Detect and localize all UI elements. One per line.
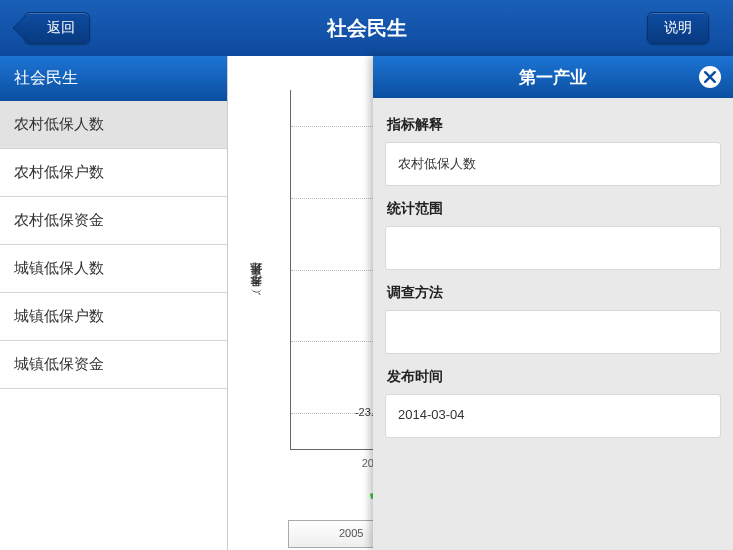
sidebar-item-5[interactable]: 城镇低保资金 — [0, 341, 227, 389]
panel-header: 第一产业 — [373, 56, 733, 98]
method-value — [385, 310, 721, 354]
back-button[interactable]: 返回 — [24, 12, 90, 44]
method-label: 调查方法 — [387, 284, 719, 302]
scope-label: 统计范围 — [387, 200, 719, 218]
page-title: 社会民生 — [327, 15, 407, 42]
publish-label: 发布时间 — [387, 368, 719, 386]
indicator-label: 指标解释 — [387, 116, 719, 134]
sidebar: 社会民生 农村低保人数农村低保户数农村低保资金城镇低保人数城镇低保户数城镇低保资… — [0, 56, 228, 550]
topbar: 返回 社会民生 说明 — [0, 0, 733, 56]
sidebar-item-4[interactable]: 城镇低保户数 — [0, 293, 227, 341]
help-button[interactable]: 说明 — [647, 12, 709, 44]
chart-ylabel: 本月（季、年）止累计 — [248, 284, 265, 296]
indicator-value: 农村低保人数 — [385, 142, 721, 186]
publish-value: 2014-03-04 — [385, 394, 721, 438]
close-icon[interactable] — [699, 66, 721, 88]
panel-title: 第一产业 — [519, 66, 587, 89]
panel-body: 指标解释 农村低保人数 统计范围 调查方法 发布时间 2014-03-04 — [373, 98, 733, 464]
sidebar-header: 社会民生 — [0, 56, 227, 101]
sidebar-item-0[interactable]: 农村低保人数 — [0, 101, 227, 149]
scope-value — [385, 226, 721, 270]
sidebar-item-1[interactable]: 农村低保户数 — [0, 149, 227, 197]
sidebar-item-2[interactable]: 农村低保资金 — [0, 197, 227, 245]
sidebar-item-3[interactable]: 城镇低保人数 — [0, 245, 227, 293]
detail-panel: 第一产业 指标解释 农村低保人数 统计范围 调查方法 发布时间 2014-03-… — [373, 56, 733, 550]
overview-year: 2005 — [339, 527, 363, 539]
